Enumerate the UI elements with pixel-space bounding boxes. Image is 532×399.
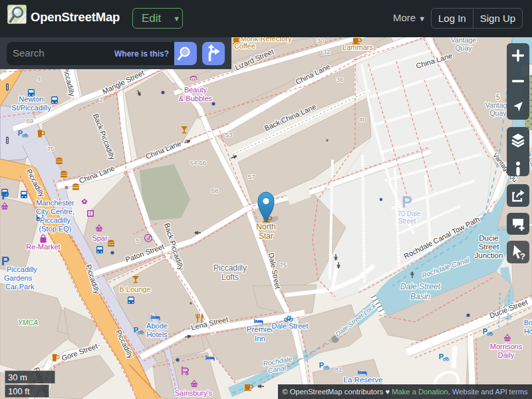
svg-text:81: 81	[335, 366, 342, 373]
svg-text:32: 32	[323, 48, 331, 55]
svg-text:Star: Star	[259, 231, 273, 241]
svg-text:Quay: Quay	[489, 109, 507, 117]
svg-text:40: 40	[359, 116, 366, 123]
svg-text:Street: Street	[479, 243, 499, 251]
svg-text:5: 5	[136, 237, 139, 244]
svg-text:Piccadilly: Piccadilly	[40, 216, 70, 224]
svg-text:Street: Street	[398, 217, 416, 225]
svg-text:P: P	[439, 352, 444, 360]
svg-text:YMCA: YMCA	[18, 319, 38, 327]
svg-text:Inn: Inn	[255, 334, 265, 342]
svg-text:Quay: Quay	[455, 44, 472, 52]
svg-text:Bri: Bri	[524, 319, 532, 327]
svg-text:30: 30	[317, 37, 325, 45]
svg-text:P: P	[1, 190, 9, 202]
svg-text:64-66: 64-66	[190, 159, 206, 166]
svg-text:North: North	[256, 222, 275, 231]
svg-text:Abode: Abode	[146, 322, 168, 330]
svg-text:4: 4	[169, 253, 172, 261]
svg-text:68: 68	[211, 187, 219, 194]
svg-text:P: P	[319, 361, 324, 369]
svg-text:City Centre,: City Centre,	[36, 207, 74, 215]
svg-text:P: P	[402, 193, 412, 211]
svg-text:Daily: Daily	[498, 351, 515, 359]
svg-text:Newton: Newton	[19, 95, 43, 103]
svg-text:Car Park: Car Park	[5, 283, 35, 291]
svg-text:Ducie: Ducie	[479, 234, 498, 242]
svg-text:2: 2	[99, 96, 102, 103]
svg-text:Hotels: Hotels	[146, 331, 168, 338]
svg-text:Piccadilly: Piccadilly	[213, 263, 247, 273]
svg-text:P: P	[483, 327, 487, 335]
svg-text:& Bubbles: & Bubbles	[179, 94, 213, 102]
svg-text:P: P	[18, 129, 23, 137]
svg-text:Morrisons: Morrisons	[490, 342, 523, 350]
svg-text:Basin: Basin	[410, 292, 430, 301]
svg-text:70 Dale: 70 Dale	[398, 210, 421, 217]
svg-text:36: 36	[336, 76, 344, 83]
svg-text:75: 75	[280, 261, 287, 269]
svg-text:Dale Street: Dale Street	[271, 322, 308, 330]
svg-text:69: 69	[27, 117, 34, 124]
svg-text:57: 57	[248, 173, 255, 180]
svg-text:Gardens: Gardens	[4, 274, 33, 282]
svg-text:Piccadilly: Piccadilly	[7, 265, 37, 273]
svg-text:Sainsbury's: Sainsbury's	[175, 389, 213, 397]
svg-text:Re-Market: Re-Market	[26, 243, 60, 251]
svg-text:La Reserve: La Reserve	[344, 376, 383, 384]
svg-text:(Stop EQ): (Stop EQ)	[39, 225, 72, 233]
svg-text:Lammars: Lammars	[342, 43, 373, 51]
svg-text:4: 4	[37, 75, 41, 82]
svg-text:Ho: Ho	[524, 327, 532, 335]
svg-text:Manchester: Manchester	[36, 199, 74, 207]
svg-text:Premier: Premier	[247, 325, 273, 333]
svg-text:Dale Street: Dale Street	[400, 282, 441, 291]
svg-text:Coffee: Coffee	[234, 42, 255, 50]
svg-text:Lofts: Lofts	[221, 273, 239, 282]
svg-text:Beauty: Beauty	[184, 86, 207, 94]
svg-text:?: ?	[520, 251, 525, 261]
svg-text:Spar: Spar	[92, 234, 108, 242]
svg-text:5: 5	[496, 93, 500, 101]
svg-text:Junction: Junction	[475, 251, 503, 259]
svg-text:B.Lounge: B.Lounge	[119, 285, 150, 293]
svg-text:St/Piccadilly: St/Piccadilly	[11, 104, 51, 112]
svg-text:75: 75	[47, 145, 55, 152]
svg-text:P: P	[134, 326, 138, 334]
svg-text:53: 53	[225, 131, 233, 138]
